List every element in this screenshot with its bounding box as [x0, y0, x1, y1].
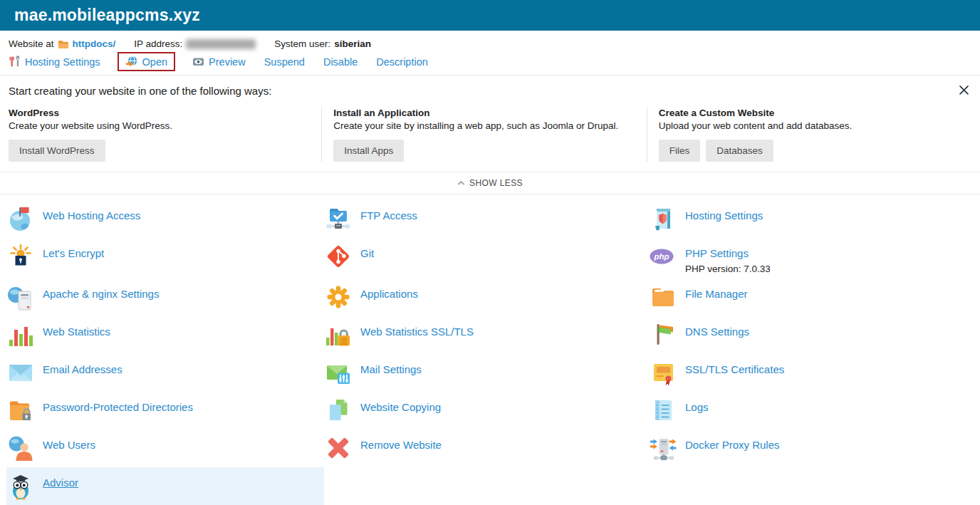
toolbar-item-disable[interactable]: Disable — [323, 56, 358, 68]
tool-link-ftp-access[interactable]: FTP Access — [360, 209, 417, 222]
tool-let-s-encrypt[interactable]: Let's Encrypt — [6, 238, 324, 278]
tool-ftp-access[interactable]: FTP Access — [324, 200, 649, 238]
tool-web-users[interactable]: Web Users — [6, 429, 324, 467]
docroot-group: Website at httpdocs/ — [9, 38, 115, 49]
promo-option-heading: WordPress — [9, 108, 308, 118]
toolbar-item-label: Suspend — [264, 56, 305, 68]
promo-options: WordPressCreate your website using WordP… — [9, 108, 971, 162]
tool-logs[interactable]: Logs — [649, 392, 980, 429]
flags-icon — [649, 321, 677, 349]
tool-php-settings[interactable]: phpPHP SettingsPHP version: 7.0.33 — [649, 238, 980, 278]
tool-hosting-settings[interactable]: Hosting Settings — [649, 200, 980, 238]
tool-web-hosting-access[interactable]: Web Hosting Access — [6, 200, 324, 238]
tool-web-statistics-ssl-tls[interactable]: Web Statistics SSL/TLS — [324, 316, 649, 354]
tool-link-password-protected-directories[interactable]: Password-Protected Directories — [43, 401, 193, 413]
system-user-group: System user: siberian — [274, 38, 371, 49]
tool-web-statistics[interactable]: Web Statistics — [6, 316, 324, 354]
tool-git[interactable]: Git — [324, 238, 649, 278]
tool-file-manager[interactable]: File Manager — [649, 278, 980, 316]
ip-address-label: IP address: — [134, 38, 182, 49]
promo-option-create-a-custom-website: Create a Custom WebsiteUpload your web c… — [647, 108, 971, 162]
databases-button[interactable]: Databases — [706, 140, 773, 162]
git-icon — [324, 242, 353, 271]
empty-cell — [324, 467, 649, 505]
tool-website-copying[interactable]: Website Copying — [324, 392, 649, 429]
files-button[interactable]: Files — [659, 140, 701, 162]
copy-pages-icon — [324, 396, 353, 425]
owl-advisor-icon — [6, 472, 35, 500]
install-wordpress-button[interactable]: Install WordPress — [9, 140, 105, 162]
tool-apache-nginx-settings[interactable]: Apache & nginx Settings — [6, 278, 324, 316]
promo-option-heading: Install an Application — [333, 108, 633, 118]
php-icon: php — [649, 242, 677, 271]
toolbar-item-preview[interactable]: Preview — [192, 56, 246, 68]
tool-advisor[interactable]: Advisor — [6, 467, 324, 505]
tool-link-web-users[interactable]: Web Users — [43, 439, 95, 451]
tool-link-dns-settings[interactable]: DNS Settings — [685, 326, 749, 338]
toolbar-item-hosting-settings[interactable]: Hosting Settings — [9, 56, 100, 68]
toolbar-item-label: Open — [142, 56, 167, 68]
show-less-toggle[interactable]: SHOW LESS — [0, 172, 980, 194]
tool-applications[interactable]: Applications — [324, 278, 649, 316]
tools-icon — [9, 56, 21, 68]
tool-link-mail-settings[interactable]: Mail Settings — [360, 363, 422, 375]
tool-link-ssl-tls-certificates[interactable]: SSL/TLS Certificates — [685, 363, 784, 375]
tool-link-logs[interactable]: Logs — [685, 401, 709, 413]
tool-link-advisor[interactable]: Advisor — [43, 477, 78, 489]
info-bar: Website at httpdocs/ IP address: System … — [0, 31, 980, 51]
ip-address-redacted — [186, 39, 256, 49]
toolbar-item-label: Preview — [209, 56, 246, 68]
tool-link-website-copying[interactable]: Website Copying — [360, 401, 441, 413]
tool-ssl-tls-certificates[interactable]: SSL/TLS Certificates — [649, 354, 980, 392]
tool-link-web-statistics[interactable]: Web Statistics — [43, 326, 110, 338]
chevron-up-icon — [457, 180, 465, 186]
server-arrows-icon — [649, 434, 677, 462]
toolbar-item-description[interactable]: Description — [376, 56, 428, 68]
tool-docker-proxy-rules[interactable]: Docker Proxy Rules — [649, 429, 980, 467]
website-at-label: Website at — [9, 38, 54, 49]
docroot-link[interactable]: httpdocs/ — [73, 38, 116, 49]
eye-icon — [192, 56, 204, 67]
tool-link-file-manager[interactable]: File Manager — [685, 288, 748, 300]
promo-option-buttons: Install Apps — [333, 140, 633, 162]
install-apps-button[interactable]: Install Apps — [333, 140, 404, 162]
tool-dns-settings[interactable]: DNS Settings — [649, 316, 980, 354]
close-icon[interactable] — [959, 85, 969, 95]
promo-banner: Start creating your website in one of th… — [0, 76, 980, 172]
tool-mail-settings[interactable]: Mail Settings — [324, 354, 649, 392]
toolbar-item-suspend[interactable]: Suspend — [264, 56, 305, 68]
scroll-shield-icon — [649, 204, 677, 233]
bar-chart-icon — [6, 321, 35, 349]
tool-link-hosting-settings[interactable]: Hosting Settings — [685, 209, 763, 222]
promo-option-wordpress: WordPressCreate your website using WordP… — [9, 108, 321, 162]
tool-link-web-statistics-ssl-tls[interactable]: Web Statistics SSL/TLS — [360, 326, 474, 338]
tool-link-web-hosting-access[interactable]: Web Hosting Access — [43, 209, 140, 222]
ftp-folder-network-icon — [324, 204, 353, 233]
promo-option-description: Upload your web content and add database… — [659, 120, 959, 131]
folder-large-icon — [649, 283, 677, 311]
promo-option-heading: Create a Custom Website — [659, 108, 959, 118]
system-user-value: siberian — [334, 38, 371, 49]
ip-group: IP address: — [134, 38, 256, 49]
annotation-red-box: Open — [118, 52, 175, 71]
globe-server-icon — [6, 283, 35, 311]
tool-link-php-settings[interactable]: PHP Settings — [685, 247, 771, 259]
tool-link-applications[interactable]: Applications — [360, 288, 418, 300]
tool-remove-website[interactable]: Remove Website — [324, 429, 649, 467]
toolbar-item-label: Description — [376, 56, 428, 68]
tool-link-remove-website[interactable]: Remove Website — [360, 439, 442, 451]
page-title: mae.mobileappcms.xyz — [14, 6, 200, 25]
tool-link-git[interactable]: Git — [360, 247, 374, 259]
promo-title: Start creating your website in one of th… — [9, 85, 971, 97]
toolbar: Hosting SettingsOpenPreviewSuspendDisabl… — [0, 51, 980, 75]
tool-link-let-s-encrypt[interactable]: Let's Encrypt — [43, 247, 104, 259]
tool-link-docker-proxy-rules[interactable]: Docker Proxy Rules — [685, 439, 780, 451]
tool-subtitle: PHP version: 7.0.33 — [685, 264, 771, 274]
tools-grid: Web Hosting AccessFTP AccessHosting Sett… — [0, 194, 980, 505]
tool-link-email-addresses[interactable]: Email Addresses — [43, 363, 123, 375]
promo-option-description: Create your site by installing a web app… — [333, 120, 633, 131]
tool-password-protected-directories[interactable]: Password-Protected Directories — [6, 392, 324, 429]
tool-link-apache-nginx-settings[interactable]: Apache & nginx Settings — [43, 288, 159, 300]
tool-email-addresses[interactable]: Email Addresses — [6, 354, 324, 392]
toolbar-item-open[interactable]: Open — [125, 56, 167, 68]
